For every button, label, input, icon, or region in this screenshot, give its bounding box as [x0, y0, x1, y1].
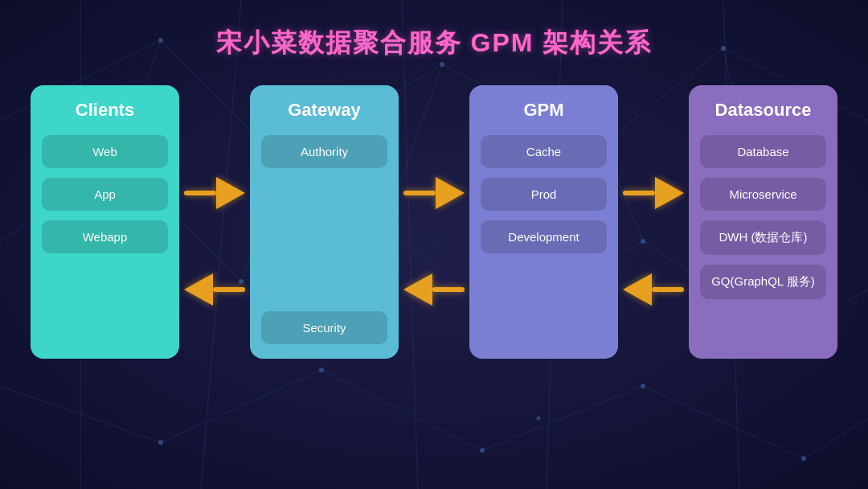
clients-column: Clients Web App Webapp	[31, 85, 179, 359]
arrow-clients-gateway	[179, 177, 250, 306]
gateway-item-security: Security	[261, 311, 387, 344]
gateway-heading: Gateway	[288, 100, 361, 121]
arrow-gpm-datasource	[618, 177, 689, 306]
gateway-column: Gateway Authority Security	[250, 85, 399, 359]
gpm-item-development: Development	[481, 220, 607, 253]
arrow-left-3	[623, 273, 684, 306]
gpm-item-prod: Prod	[481, 178, 607, 211]
datasource-item-microservice: Microservice	[700, 178, 826, 211]
arrow-left-2	[403, 273, 465, 306]
gpm-column: GPM Cache Prod Development	[469, 85, 618, 359]
datasource-item-gq: GQ(GraphQL 服务)	[700, 265, 826, 299]
arrow-right-2	[403, 177, 465, 209]
page-title: 宋小菜数据聚合服务 GPM 架构关系	[216, 26, 653, 61]
gpm-heading: GPM	[523, 100, 563, 121]
arrow-gateway-gpm	[399, 177, 469, 306]
gateway-item-authority: Authority	[261, 135, 387, 168]
arrow-right-1	[184, 177, 245, 209]
arrow-left-1	[184, 273, 245, 306]
datasource-column: Datasource Database Microservice DWH (数据…	[689, 85, 837, 359]
datasource-item-database: Database	[700, 135, 826, 168]
clients-item-webapp: Webapp	[42, 220, 168, 253]
clients-item-web: Web	[42, 135, 168, 168]
datasource-item-dwh: DWH (数据仓库)	[700, 220, 826, 255]
architecture-diagram: Clients Web App Webapp Gateway Authority…	[31, 85, 837, 359]
arrow-right-3	[623, 177, 684, 209]
gpm-item-cache: Cache	[481, 135, 607, 168]
datasource-heading: Datasource	[715, 100, 812, 121]
clients-item-app: App	[42, 178, 168, 211]
clients-heading: Clients	[76, 100, 134, 121]
